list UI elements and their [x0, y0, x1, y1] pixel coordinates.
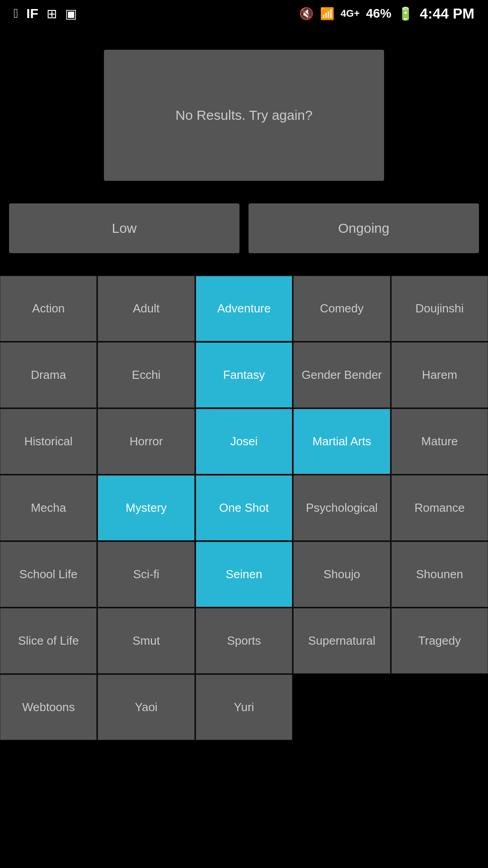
low-filter-button[interactable]: Low [9, 203, 239, 253]
genre-cell-fantasy[interactable]: Fantasy [196, 342, 292, 408]
genre-cell-smut[interactable]: Smut [98, 608, 194, 674]
mute-icon: 🔇 [299, 7, 314, 21]
genre-cell-mature[interactable]: Mature [391, 409, 488, 474]
status-left-icons:  IF ⊞ ▣ [14, 6, 77, 21]
genre-cell-romance[interactable]: Romance [391, 475, 488, 541]
facebook-icon:  [14, 6, 18, 21]
genre-cell-comedy[interactable]: Comedy [293, 276, 390, 341]
genre-cell-ecchi[interactable]: Ecchi [98, 342, 194, 408]
genre-cell-psychological[interactable]: Psychological [293, 475, 390, 541]
app-icon: ▣ [65, 6, 77, 21]
genre-cell-adventure[interactable]: Adventure [196, 276, 292, 341]
status-right-icons: 🔇 📶 4G+ 46% 🔋 4:44 PM [299, 5, 474, 22]
no-results-box: No Results. Try again? [104, 50, 384, 181]
genre-cell-horror[interactable]: Horror [98, 409, 194, 474]
no-results-text: No Results. Try again? [175, 108, 312, 123]
no-results-container: No Results. Try again? [0, 27, 488, 181]
genre-cell-school-life[interactable]: School Life [0, 542, 97, 607]
genre-cell-drama[interactable]: Drama [0, 342, 97, 408]
genre-cell-yuri[interactable]: Yuri [196, 675, 292, 740]
filter-row: Low Ongoing [0, 181, 488, 267]
genre-cell-shoujo[interactable]: Shoujo [293, 542, 390, 607]
if-icon: IF [26, 6, 38, 21]
genre-cell-martial-arts[interactable]: Martial Arts [293, 409, 390, 474]
status-time: 4:44 PM [420, 5, 474, 22]
genre-cell-historical[interactable]: Historical [0, 409, 97, 474]
genre-cell-action[interactable]: Action [0, 276, 97, 341]
genre-cell-sports[interactable]: Sports [196, 608, 292, 674]
genre-cell-mecha[interactable]: Mecha [0, 475, 97, 541]
genre-cell-supernatural[interactable]: Supernatural [293, 608, 390, 674]
genre-cell-seinen[interactable]: Seinen [196, 542, 292, 607]
battery-icon: 🔋 [398, 6, 413, 21]
genre-cell-gender-bender[interactable]: Gender Bender [293, 342, 390, 408]
genre-cell-webtoons[interactable]: Webtoons [0, 675, 97, 740]
genre-cell-yaoi[interactable]: Yaoi [98, 675, 194, 740]
signal-icon: 4G+ [341, 8, 360, 19]
genre-cell-adult[interactable]: Adult [98, 276, 194, 341]
genre-cell-tragedy[interactable]: Tragedy [391, 608, 488, 674]
genre-grid: ActionAdultAdventureComedyDoujinshiDrama… [0, 267, 488, 740]
filter-icon: ⊞ [47, 6, 57, 21]
genre-cell-josei[interactable]: Josei [196, 409, 292, 474]
genre-cell-harem[interactable]: Harem [391, 342, 488, 408]
genre-cell-sci-fi[interactable]: Sci-fi [98, 542, 194, 607]
genre-cell-slice-of-life[interactable]: Slice of Life [0, 608, 97, 674]
battery-text: 46% [366, 6, 391, 21]
genre-cell-mystery[interactable]: Mystery [98, 475, 194, 541]
genre-cell-shounen[interactable]: Shounen [391, 542, 488, 607]
wifi-icon: 📶 [320, 7, 334, 21]
status-bar:  IF ⊞ ▣ 🔇 📶 4G+ 46% 🔋 4:44 PM [0, 0, 488, 27]
genre-cell-one-shot[interactable]: One Shot [196, 475, 292, 541]
genre-cell-doujinshi[interactable]: Doujinshi [391, 276, 488, 341]
ongoing-filter-button[interactable]: Ongoing [249, 203, 479, 253]
